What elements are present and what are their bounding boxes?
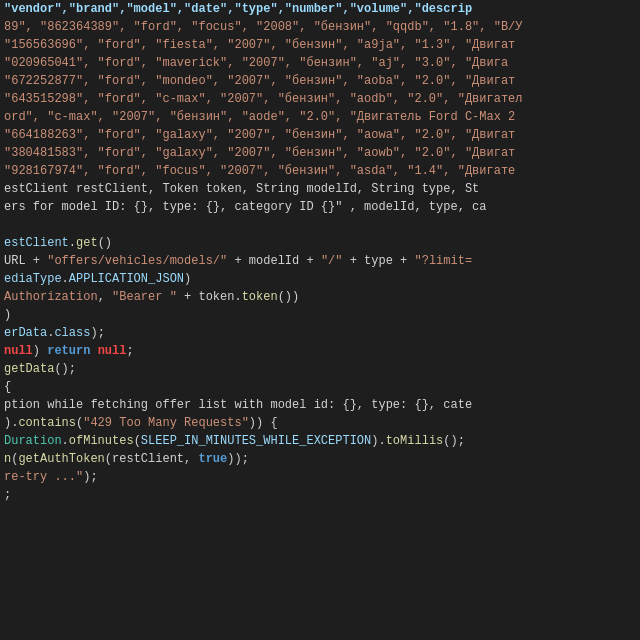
table-header: "vendor","brand","model","date","type","… (0, 0, 640, 18)
code-line-8: { (0, 378, 640, 396)
code-line-6: erData.class); (0, 324, 640, 342)
table-row: "643515298", "ford", "c-max", "2007", "б… (0, 90, 640, 108)
exception-line-6: ; (0, 486, 640, 504)
exception-line-1: ption while fetching offer list with mod… (0, 396, 640, 414)
exception-line-4: n(getAuthToken(restClient, true)); (0, 450, 640, 468)
table-row: ord", "c-max", "2007", "бензин", "aode",… (0, 108, 640, 126)
table-row: "020965041", "ford", "maverick", "2007",… (0, 54, 640, 72)
code-line-7: getData(); (0, 360, 640, 378)
table-row: 89", "862364389", "ford", "focus", "2008… (0, 18, 640, 36)
code-line-1: estClient.get() (0, 234, 640, 252)
method-sig-line2: ers for model ID: {}, type: {}, category… (0, 198, 640, 216)
table-row: "672252877", "ford", "mondeo", "2007", "… (0, 72, 640, 90)
code-line-3: ediaType.APPLICATION_JSON) (0, 270, 640, 288)
method-sig-line1: estClient restClient, Token token, Strin… (0, 180, 640, 198)
exception-line-2: ).contains("429 Too Many Requests")) { (0, 414, 640, 432)
table-row: "380481583", "ford", "galaxy", "2007", "… (0, 144, 640, 162)
code-line-2: URL + "offers/vehicles/models/" + modelI… (0, 252, 640, 270)
table-row: "664188263", "ford", "galaxy", "2007", "… (0, 126, 640, 144)
table-row: "156563696", "ford", "fiesta", "2007", "… (0, 36, 640, 54)
exception-line-3: Duration.ofMinutes(SLEEP_IN_MINUTES_WHIL… (0, 432, 640, 450)
empty-line (0, 216, 640, 234)
code-line-5: ) (0, 306, 640, 324)
code-line-null-check: null) return null; (0, 342, 640, 360)
exception-line-5: re-try ..."); (0, 468, 640, 486)
code-editor: "vendor","brand","model","date","type","… (0, 0, 640, 640)
table-row: "928167974", "ford", "focus", "2007", "б… (0, 162, 640, 180)
code-line-4: Authorization, "Bearer " + token.token()… (0, 288, 640, 306)
